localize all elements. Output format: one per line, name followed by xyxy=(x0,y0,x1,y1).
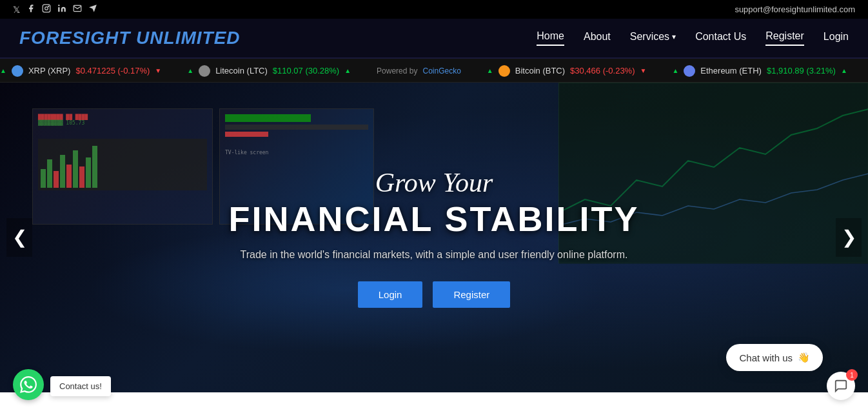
instagram-icon[interactable] xyxy=(42,4,51,15)
hero-login-button[interactable]: Login xyxy=(358,281,423,308)
hero-register-button[interactable]: Register xyxy=(433,281,510,308)
btc-icon xyxy=(498,65,510,77)
svg-point-1 xyxy=(45,7,48,10)
whatsapp-tooltip[interactable]: Contact us! xyxy=(50,376,111,392)
top-bar: 𝕏 support@foresightunlimited.com xyxy=(0,0,868,19)
ticker-powered-by: Powered by CoinGecko xyxy=(377,65,461,77)
eth-icon xyxy=(684,65,695,77)
hero-subtitle: Grow Your xyxy=(229,166,640,199)
ticker-bar: ▲ XRP (XRP) $0.471225 (-0.17%) ▼ ▲ Litec… xyxy=(0,59,868,83)
ticker-btc: ▲ Bitcoin (BTC) $30,466 (-0.23%) ▼ xyxy=(487,65,647,77)
nav-home[interactable]: Home xyxy=(537,30,564,46)
svg-rect-0 xyxy=(43,5,50,12)
hero-arrow-right[interactable]: ❯ xyxy=(836,218,862,257)
facebook-icon[interactable] xyxy=(26,4,35,15)
nav: Home About Services Contact Us Register … xyxy=(537,30,849,46)
chat-icon-button[interactable]: 1 xyxy=(827,372,855,392)
ticker-xrp: ▲ XRP (XRP) $0.471225 (-0.17%) ▼ xyxy=(0,65,161,77)
nav-register[interactable]: Register xyxy=(765,30,804,46)
ticker-ltc: ▲ Litecoin (LTC) $110.07 (30.28%) ▲ xyxy=(187,65,351,77)
ticker-eth: ▲ Ethereum (ETH) $1,910.89 (3.21%) ▲ xyxy=(672,65,847,77)
linkedin-icon[interactable] xyxy=(57,4,66,15)
ltc-icon xyxy=(199,65,210,77)
svg-point-2 xyxy=(48,6,49,6)
xrp-icon xyxy=(12,65,23,77)
logo[interactable]: FoRESIGHT UNLIMITED xyxy=(19,28,241,48)
social-icons: 𝕏 xyxy=(13,4,97,15)
nav-login[interactable]: Login xyxy=(824,31,849,45)
support-email: support@foresightunlimited.com xyxy=(735,5,855,14)
chat-bubble[interactable]: Chat with us 👋 xyxy=(726,344,823,371)
nav-contact[interactable]: Contact Us xyxy=(695,31,746,45)
hero-title: FINANCIAL STABILITY xyxy=(229,199,640,239)
hero-arrow-left[interactable]: ❮ xyxy=(6,218,32,257)
telegram-icon[interactable] xyxy=(88,4,97,15)
chat-wave-emoji: 👋 xyxy=(798,352,810,363)
hero-content: Grow Your FINANCIAL STABILITY Trade in t… xyxy=(229,166,640,308)
hero-buttons: Login Register xyxy=(229,281,640,308)
twitter-icon[interactable]: 𝕏 xyxy=(13,5,20,15)
header: FoRESIGHT UNLIMITED Home About Services … xyxy=(0,19,868,59)
nav-about[interactable]: About xyxy=(584,31,611,45)
svg-point-3 xyxy=(58,5,59,6)
mail-icon[interactable] xyxy=(73,4,82,15)
screen-left: ████████ ██ ████ ▓▓▓▓▓▓▓▓ 105.73 xyxy=(32,108,213,225)
hero-description: Trade in the world's financial markets, … xyxy=(229,249,640,261)
ticker-inner: ▲ XRP (XRP) $0.471225 (-0.17%) ▼ ▲ Litec… xyxy=(0,65,868,77)
chat-badge: 1 xyxy=(846,369,858,381)
chat-label: Chat with us xyxy=(739,352,793,363)
nav-services[interactable]: Services xyxy=(630,31,676,45)
